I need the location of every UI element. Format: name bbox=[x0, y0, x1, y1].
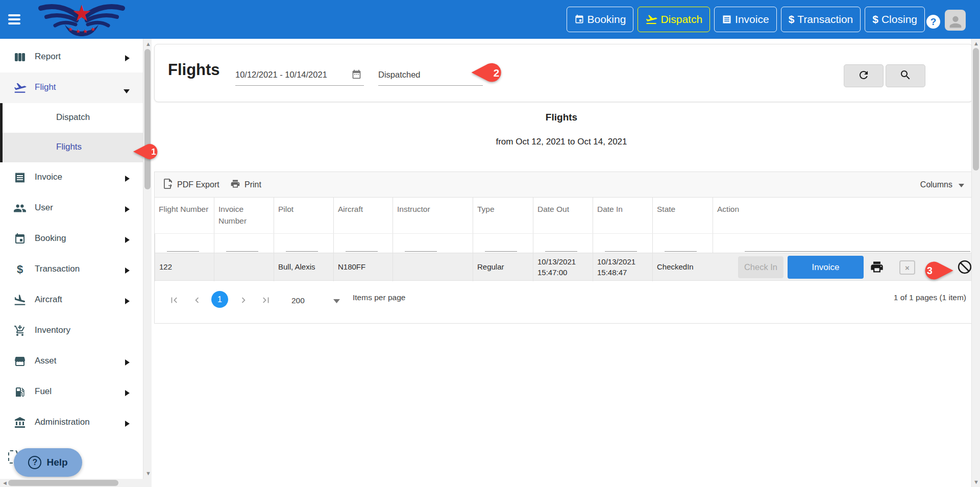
scroll-up-arrow-icon[interactable]: ▲ bbox=[145, 41, 151, 47]
page-size-caret-icon[interactable] bbox=[333, 296, 340, 305]
pdf-export-button[interactable]: PDF Export bbox=[163, 172, 219, 198]
col-header-state[interactable]: State bbox=[652, 198, 713, 233]
nav-closing-label: Closing bbox=[881, 13, 917, 26]
page-vertical-scrollbar[interactable]: ▲ ▼ bbox=[971, 39, 980, 487]
filter-input-date-in[interactable] bbox=[593, 234, 652, 253]
cell-pilot: Bull, Alexis bbox=[274, 253, 333, 281]
nav-booking-button[interactable]: Booking bbox=[567, 7, 634, 32]
col-header-action[interactable]: Action bbox=[713, 198, 972, 233]
sidebar-item-fuel[interactable]: Fuel bbox=[0, 377, 143, 407]
gas-pump-icon bbox=[13, 385, 27, 399]
calendar-icon[interactable] bbox=[351, 69, 362, 82]
filter-input-aircraft[interactable] bbox=[333, 234, 393, 253]
print-label: Print bbox=[244, 180, 261, 189]
next-page-icon[interactable] bbox=[238, 295, 249, 308]
header-help-icon[interactable]: ? bbox=[926, 15, 940, 29]
col-header-aircraft[interactable]: Aircraft bbox=[333, 198, 393, 233]
calendar-icon bbox=[13, 232, 27, 246]
nav-dispatch-button[interactable]: Dispatch bbox=[638, 7, 710, 32]
flights-table: PDF Export Print Columns Flight Number I… bbox=[154, 172, 973, 324]
col-header-type[interactable]: Type bbox=[473, 198, 533, 233]
sidebar-item-user[interactable]: User bbox=[0, 193, 143, 224]
last-page-icon[interactable] bbox=[260, 295, 272, 308]
prev-page-icon[interactable] bbox=[191, 295, 203, 308]
filter-input-date-out[interactable] bbox=[533, 234, 593, 253]
sidebar-horizontal-scrollbar[interactable]: ◄ bbox=[0, 479, 152, 487]
col-header-instructor[interactable]: Instructor bbox=[393, 198, 473, 233]
nav-transaction-button[interactable]: $ Transaction bbox=[781, 7, 861, 32]
scroll-down-arrow-icon[interactable]: ▼ bbox=[145, 471, 151, 476]
filter-input-invoice-number[interactable] bbox=[214, 234, 274, 253]
nav-closing-button[interactable]: $ Closing bbox=[865, 7, 925, 32]
help-button[interactable]: ? Help bbox=[14, 448, 82, 477]
sidebar-item-report[interactable]: Report bbox=[0, 42, 143, 72]
sidebar-item-administration[interactable]: Administration bbox=[0, 407, 143, 438]
chevron-right-icon bbox=[125, 420, 130, 429]
top-nav: Booking Dispatch Invoice $ Transaction $… bbox=[567, 7, 925, 32]
table-header-row: Flight Number Invoice Number Pilot Aircr… bbox=[155, 198, 972, 233]
filter-input-type[interactable] bbox=[473, 234, 533, 253]
chevron-right-icon bbox=[125, 358, 130, 368]
add-shopping-cart-icon bbox=[13, 324, 27, 337]
hamburger-menu-icon[interactable] bbox=[8, 14, 21, 25]
date-range-input[interactable]: 10/12/2021 - 10/14/2021 bbox=[235, 70, 365, 80]
status-select[interactable]: Dispatched bbox=[378, 70, 483, 80]
sidebar-item-aircraft[interactable]: Aircraft bbox=[0, 285, 143, 315]
col-header-date-out[interactable]: Date Out bbox=[533, 198, 593, 233]
top-app-bar: ★ ★ ★ ★ ★ Booking Dispatch Invoice $ bbox=[0, 0, 980, 39]
cancel-block-icon[interactable] bbox=[957, 259, 972, 277]
search-button[interactable] bbox=[886, 64, 925, 87]
pdf-export-label: PDF Export bbox=[177, 180, 219, 189]
page-size-value[interactable]: 200 bbox=[291, 296, 305, 305]
refresh-icon bbox=[857, 69, 870, 83]
col-header-invoice-number[interactable]: Invoice Number bbox=[214, 198, 274, 233]
current-page-button[interactable]: 1 bbox=[211, 291, 228, 308]
filter-input-instructor[interactable] bbox=[393, 234, 473, 253]
filter-input-flight-number[interactable] bbox=[155, 234, 214, 253]
sidebar-item-flight[interactable]: Flight bbox=[0, 72, 143, 103]
scroll-left-arrow-icon[interactable]: ◄ bbox=[2, 480, 8, 486]
refresh-button[interactable] bbox=[844, 64, 884, 87]
people-icon bbox=[13, 202, 27, 215]
sidebar-item-invoice[interactable]: Invoice bbox=[0, 162, 143, 193]
scroll-down-arrow-icon[interactable]: ▼ bbox=[973, 479, 979, 485]
filter-input-action[interactable] bbox=[713, 234, 972, 253]
sidebar-item-inventory[interactable]: Inventory bbox=[0, 315, 143, 346]
col-header-pilot[interactable]: Pilot bbox=[274, 198, 333, 233]
sidebar-item-transaction[interactable]: $ Transaction bbox=[0, 254, 143, 285]
table-filter-row bbox=[155, 233, 972, 253]
sidebar-item-flights[interactable]: Flights bbox=[3, 133, 143, 162]
row-print-icon[interactable] bbox=[870, 260, 884, 276]
filter-input-state[interactable] bbox=[652, 234, 713, 253]
sidebar-item-dispatch[interactable]: Dispatch bbox=[3, 103, 143, 133]
check-in-button[interactable]: Check In bbox=[738, 256, 783, 278]
nav-invoice-button[interactable]: Invoice bbox=[714, 7, 777, 32]
sidebar-vertical-scrollbar[interactable]: ▲ ▼ bbox=[143, 39, 152, 479]
col-header-flight-number[interactable]: Flight Number bbox=[155, 198, 214, 233]
nav-transaction-label: Transaction bbox=[797, 13, 853, 26]
filter-input-pilot[interactable] bbox=[274, 234, 333, 253]
sidebar-item-booking[interactable]: Booking bbox=[0, 224, 143, 254]
user-avatar[interactable] bbox=[945, 10, 966, 31]
sidebar-item-asset[interactable]: Asset bbox=[0, 346, 143, 377]
annotation-step-2-number: 2 bbox=[494, 67, 500, 79]
col-header-date-in[interactable]: Date In bbox=[593, 198, 652, 233]
calendar-icon bbox=[574, 14, 584, 25]
delete-x-icon[interactable]: × bbox=[899, 260, 915, 275]
invoice-button[interactable]: Invoice bbox=[788, 256, 864, 279]
page-summary: 1 of 1 pages (1 item) bbox=[894, 293, 966, 302]
svg-text:★: ★ bbox=[68, 26, 73, 32]
svg-text:★: ★ bbox=[90, 26, 95, 32]
sidebar-item-label: Transaction bbox=[35, 264, 80, 274]
columns-dropdown[interactable]: Columns bbox=[920, 172, 964, 198]
sidebar-nav: Report Flight Dispatch Flights Invoice U… bbox=[0, 39, 143, 487]
storefront-icon bbox=[13, 355, 27, 368]
help-label: Help bbox=[46, 457, 67, 468]
scroll-up-arrow-icon[interactable]: ▲ bbox=[973, 41, 979, 46]
first-page-icon[interactable] bbox=[168, 295, 180, 308]
dollar-icon: $ bbox=[789, 13, 795, 26]
chevron-down-icon bbox=[124, 86, 130, 95]
table-row[interactable]: 122 Bull, Alexis N180FF Regular 10/13/20… bbox=[155, 253, 972, 281]
company-logo: ★ ★ ★ ★ ★ bbox=[36, 2, 128, 40]
print-button[interactable]: Print bbox=[230, 172, 261, 198]
